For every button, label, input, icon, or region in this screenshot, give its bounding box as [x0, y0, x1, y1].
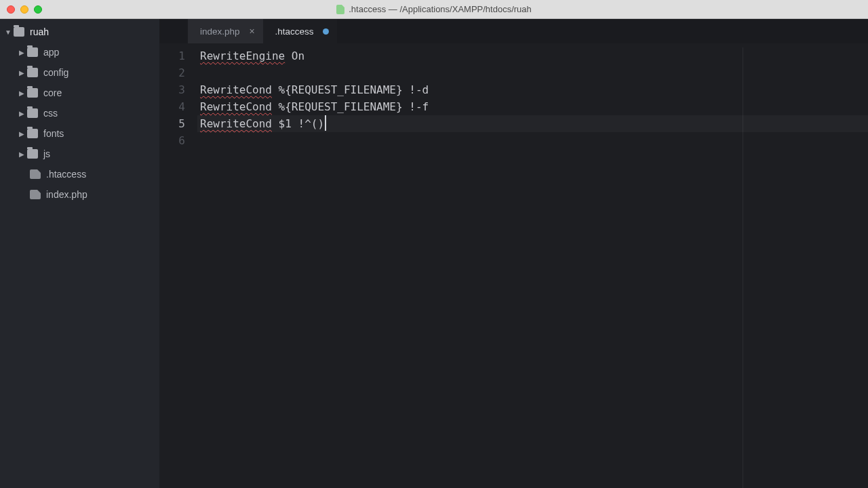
- tab-label: .htaccess: [275, 26, 314, 37]
- line-number: 3: [159, 81, 185, 98]
- line-number-gutter: 1 2 3 4 5 6: [159, 47, 200, 488]
- tree-root-label: ruah: [30, 26, 49, 37]
- tree-item-label: app: [43, 47, 59, 58]
- dirty-indicator-icon: [323, 28, 329, 35]
- editor-area: index.php × .htaccess 1 2 3 4 5 6 Rewri: [159, 19, 868, 488]
- tree-item-css[interactable]: ▶ css: [0, 103, 159, 123]
- chevron-right-icon: ▶: [16, 150, 27, 158]
- tree-item-app[interactable]: ▶ app: [0, 42, 159, 62]
- tree-item-label: .htaccess: [46, 169, 86, 180]
- folder-icon: [27, 68, 38, 77]
- file-icon: [336, 5, 344, 14]
- folder-icon: [27, 88, 38, 98]
- file-icon: [30, 190, 41, 199]
- line-number: 1: [159, 47, 185, 64]
- folder-icon: [27, 47, 38, 57]
- line-number: 4: [159, 98, 185, 115]
- file-icon: [30, 169, 41, 179]
- tree-item-label: index.php: [46, 189, 87, 200]
- title-filename: .htaccess: [349, 4, 386, 14]
- tree-item-label: fonts: [43, 128, 64, 139]
- folder-icon: [27, 149, 38, 159]
- tab-bar: index.php × .htaccess: [159, 19, 868, 43]
- chevron-right-icon: ▶: [16, 49, 27, 56]
- tree-item-label: core: [43, 87, 62, 98]
- folder-icon: [27, 108, 38, 118]
- tab-label: index.php: [200, 26, 240, 37]
- titlebar: .htaccess — /Applications/XAMPP/htdocs/r…: [0, 0, 868, 19]
- tree-item-label: js: [43, 148, 50, 159]
- title-path: /Applications/XAMPP/htdocs/ruah: [399, 4, 531, 14]
- code-line: RewriteCond %{REQUEST_FILENAME} !-d: [200, 81, 868, 98]
- code-line: RewriteCond %{REQUEST_FILENAME} !-f: [200, 98, 868, 115]
- tree-item-core[interactable]: ▶ core: [0, 83, 159, 103]
- title-separator: —: [389, 4, 397, 14]
- workspace: ▼ ruah ▶ app ▶ config ▶ core ▶ css ▶ fon…: [0, 19, 868, 488]
- tree-item-indexphp[interactable]: index.php: [0, 184, 159, 205]
- line-number: 5: [159, 115, 185, 132]
- code-line: RewriteCond $1 !^(): [200, 115, 868, 132]
- code-editor[interactable]: 1 2 3 4 5 6 RewriteEngine On RewriteCond…: [159, 43, 868, 488]
- tree-root[interactable]: ▼ ruah: [0, 22, 159, 42]
- chevron-right-icon: ▶: [16, 69, 27, 77]
- code-content[interactable]: RewriteEngine On RewriteCond %{REQUEST_F…: [200, 47, 868, 488]
- tree-item-label: css: [43, 108, 58, 119]
- window-title: .htaccess — /Applications/XAMPP/htdocs/r…: [0, 4, 868, 14]
- tree-item-label: config: [43, 67, 68, 78]
- chevron-down-icon: ▼: [3, 28, 14, 36]
- tree-item-js[interactable]: ▶ js: [0, 144, 159, 164]
- tree-item-fonts[interactable]: ▶ fonts: [0, 123, 159, 144]
- chevron-right-icon: ▶: [16, 89, 27, 97]
- line-number: 6: [159, 132, 185, 149]
- chevron-right-icon: ▶: [16, 130, 27, 138]
- tab-htaccess[interactable]: .htaccess: [263, 19, 337, 43]
- close-icon[interactable]: ×: [249, 26, 254, 37]
- tree-item-config[interactable]: ▶ config: [0, 62, 159, 83]
- tree-item-htaccess[interactable]: .htaccess: [0, 164, 159, 184]
- folder-icon: [27, 129, 38, 138]
- folder-icon: [14, 27, 24, 37]
- tab-spacer: [159, 19, 188, 43]
- chevron-right-icon: ▶: [16, 110, 27, 117]
- tab-indexphp[interactable]: index.php ×: [188, 19, 263, 43]
- code-line: [200, 64, 868, 81]
- sidebar[interactable]: ▼ ruah ▶ app ▶ config ▶ core ▶ css ▶ fon…: [0, 19, 159, 488]
- code-line: [200, 132, 868, 149]
- line-number: 2: [159, 64, 185, 81]
- code-line: RewriteEngine On: [200, 47, 868, 64]
